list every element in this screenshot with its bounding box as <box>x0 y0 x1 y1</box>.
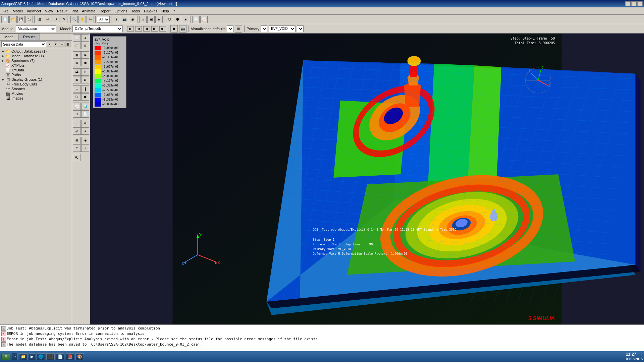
evf-extra-select[interactable]: ▼ <box>297 25 304 32</box>
tab-results[interactable]: Results <box>19 34 40 40</box>
vt-symbol[interactable]: ⊕ <box>81 42 89 49</box>
session-up-btn[interactable]: ▲ <box>47 42 52 47</box>
menu-file[interactable]: File <box>1 8 11 14</box>
new-btn[interactable]: 📄 <box>1 16 9 23</box>
tree-free-body-cuts[interactable]: ✂ Free Body Cuts <box>0 82 72 86</box>
session-filter-btn[interactable]: ▦ <box>65 42 70 47</box>
vt-plot-deformed[interactable]: ◈ <box>81 34 89 42</box>
menu-result[interactable]: Result <box>55 8 69 14</box>
view-iso-btn[interactable]: ◈ <box>155 16 163 23</box>
taskbar-app-ie[interactable]: e <box>12 353 18 360</box>
tree-streams[interactable]: 〰 Streams <box>0 86 72 91</box>
close-button[interactable]: ✕ <box>637 1 643 6</box>
vt-section1[interactable]: ━ <box>73 85 81 93</box>
print-btn[interactable]: 🖨 <box>36 16 43 23</box>
vt-3dview[interactable]: 🏔 <box>73 68 81 76</box>
taskbar-app-color[interactable]: 🎨 <box>75 353 84 360</box>
vt-orient[interactable]: ◉ <box>81 51 89 59</box>
vt-probe[interactable]: ⊙ <box>73 110 81 118</box>
fill-btn[interactable]: ■ <box>182 16 189 23</box>
maximize-button[interactable]: □ <box>631 1 637 6</box>
wire-btn[interactable]: ⬡ <box>166 16 173 23</box>
vt-contact[interactable]: ◈ <box>81 137 89 144</box>
redo-btn[interactable]: ↻ <box>60 16 67 23</box>
vt-free-body[interactable]: ⊞ <box>73 137 81 144</box>
tab-model[interactable]: Model <box>0 34 19 40</box>
save-btn[interactable]: 💾 <box>17 16 25 23</box>
play-prev-btn[interactable]: ◀ <box>143 26 150 32</box>
session-select[interactable]: Session Data <box>1 41 46 47</box>
vt-stream[interactable]: 〰 <box>73 120 81 127</box>
tree-images[interactable]: 🖼 Images <box>0 96 72 101</box>
select-all-dropdown[interactable]: All <box>97 16 110 23</box>
menu-help[interactable]: Help <box>159 8 171 14</box>
record-btn[interactable]: ⏺ <box>170 25 178 33</box>
tree-xydata[interactable]: 📊 XYData <box>0 68 72 72</box>
tree-movies[interactable]: 🎬 Movies <box>0 91 72 96</box>
vt-isosurface[interactable]: ◎ <box>73 127 81 135</box>
refresh-btn[interactable]: ↩ <box>44 16 51 23</box>
session-down-btn[interactable]: ▼ <box>53 42 58 47</box>
menu-report[interactable]: Report <box>97 8 112 14</box>
result-btn[interactable]: 📊 <box>192 16 200 23</box>
vt-mesh[interactable]: ⊞ <box>73 59 81 66</box>
vt-report[interactable]: 📄 <box>81 110 89 118</box>
taskbar-app-explorer[interactable]: 📁 <box>19 353 28 360</box>
play-end-btn[interactable]: ⏭ <box>159 26 166 32</box>
taskbar-app-pdf[interactable]: 📕 <box>66 353 74 360</box>
query-btn[interactable]: ℹ <box>113 16 120 23</box>
vt-query[interactable]: ? <box>73 144 81 152</box>
taskbar-app-chrome[interactable]: 🌐 <box>37 353 45 360</box>
menu-options[interactable]: Options <box>113 8 129 14</box>
vt-cut[interactable]: ✂ <box>81 68 89 76</box>
taskbar-app-files[interactable]: 📄 <box>56 353 64 360</box>
open-btn[interactable]: 📂 <box>9 16 17 23</box>
tree-xyplots[interactable]: 📈 XYPlots <box>0 63 72 68</box>
rotate-btn[interactable]: ↪ <box>87 16 94 23</box>
menu-question[interactable]: ? <box>171 8 177 14</box>
pan-btn[interactable]: ✋ <box>78 16 86 23</box>
play-forward-btn[interactable]: ▶ <box>127 26 134 32</box>
menu-plot[interactable]: Plot <box>69 8 80 14</box>
shade-btn[interactable]: ⬢ <box>174 16 181 23</box>
taskbar-app-media[interactable]: ▶ <box>29 353 35 360</box>
vt-particle[interactable]: ● <box>81 127 89 135</box>
model-select[interactable]: C:/Temp/Test.odb <box>72 25 123 32</box>
undo-btn[interactable]: ↺ <box>52 16 59 23</box>
menu-tools[interactable]: Tools <box>129 8 142 14</box>
deform-btn[interactable]: 📈 <box>200 16 208 23</box>
zoom-btn[interactable]: 🔍 <box>70 16 78 23</box>
play-next-btn[interactable]: ▶ <box>151 26 158 32</box>
tree-model-database[interactable]: ▶ 📁 Model Database (1) <box>0 54 72 58</box>
camera-btn[interactable]: 📷 <box>121 16 128 23</box>
minimize-button[interactable]: − <box>625 1 631 6</box>
evf-select[interactable]: EVF_VOID <box>269 25 296 32</box>
taskbar-app-cmd[interactable]: ⬛ <box>46 353 55 360</box>
vt-xy1[interactable]: 📈 <box>73 103 81 110</box>
tree-display-groups[interactable]: ▶ ◫ Display Groups (1) <box>0 77 72 82</box>
vt-draw2[interactable]: ⬢ <box>81 93 89 101</box>
save-model-btn[interactable]: 🗂 <box>25 16 33 23</box>
vt-hide[interactable]: ⊠ <box>81 76 89 83</box>
menu-plugins[interactable]: Plug-ins <box>142 8 159 14</box>
vt-field[interactable]: ⊕ <box>81 120 89 127</box>
vt-contour[interactable]: ◫ <box>73 42 81 49</box>
viewport[interactable]: Y X Z <box>90 34 644 324</box>
vt-draw1[interactable]: ⬡ <box>73 93 81 101</box>
view-front-btn[interactable]: ▣ <box>147 16 155 23</box>
menu-viewport[interactable]: Viewport <box>25 8 43 14</box>
start-button[interactable]: ⊞ <box>1 354 10 360</box>
vt-cursor[interactable]: ↖ <box>73 154 81 161</box>
view-home-btn[interactable]: ⌂ <box>139 16 147 23</box>
play-begin-btn[interactable]: ⏮ <box>135 26 142 32</box>
field-output-btn[interactable]: ⊞ <box>235 25 242 33</box>
vt-xy2[interactable]: 📊 <box>81 103 89 110</box>
screenshot-btn[interactable]: 📷 <box>179 25 186 33</box>
menu-model[interactable]: Model <box>11 8 25 14</box>
menu-animate[interactable]: Animate <box>80 8 97 14</box>
vt-extra[interactable]: ✦ <box>81 144 89 152</box>
tree-output-databases[interactable]: ▶ 📁 Output Databases (1) <box>0 49 72 54</box>
vt-section2[interactable]: ┃ <box>81 85 89 93</box>
tree-paths[interactable]: ➰ Paths <box>0 72 72 77</box>
menu-view[interactable]: View <box>43 8 55 14</box>
